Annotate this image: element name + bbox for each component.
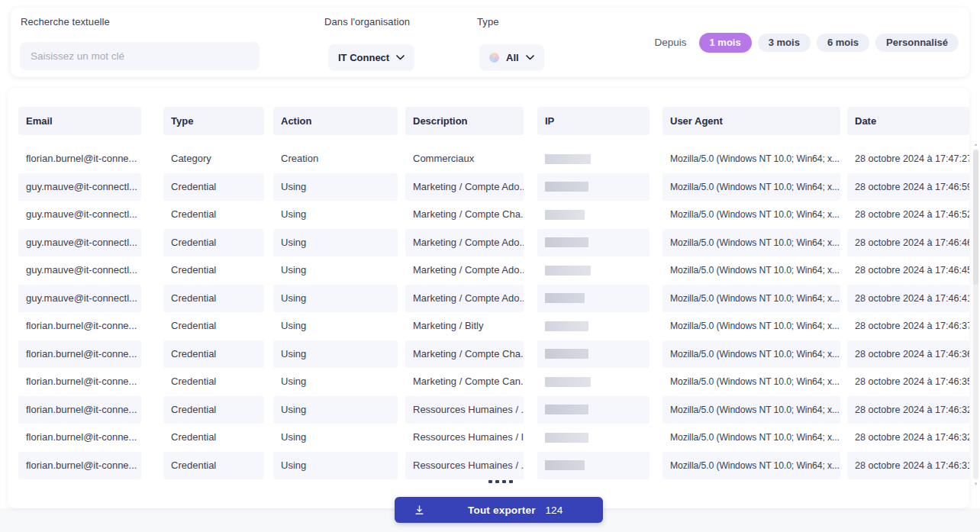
cell-email: florian.burnel@it-conne...	[18, 424, 141, 452]
export-all-button[interactable]: Tout exporter 124	[395, 497, 603, 523]
since-pill-3-mois[interactable]: 3 mois	[758, 34, 811, 52]
cell-email: florian.burnel@it-conne...	[18, 452, 141, 480]
cell-action: Using	[273, 368, 398, 396]
cell-date: 28 octobre 2024 à 17:46:37	[847, 312, 969, 340]
vertical-scrollbar[interactable]: ▲ ▼	[972, 141, 979, 487]
column-header-date: Date	[847, 107, 969, 135]
cell-user-agent: Mozilla/5.0 (Windows NT 10.0; Win64; x..…	[662, 424, 840, 452]
column-header-ip: IP	[537, 107, 650, 135]
organisation-select[interactable]: IT Connect	[328, 44, 414, 71]
ip-redaction-block	[545, 349, 588, 359]
cell-action: Using	[273, 452, 398, 480]
scrollbar-down-arrow-icon[interactable]: ▼	[972, 481, 979, 487]
cell-type: Credential	[163, 368, 264, 396]
cell-type: Category	[163, 145, 264, 173]
since-pill-personnalise[interactable]: Personnalisé	[875, 34, 959, 52]
ip-redaction-block	[545, 293, 585, 303]
cell-type: Credential	[163, 452, 264, 480]
cell-ip-redacted	[537, 312, 650, 340]
table-body: florian.burnel@it-conne... Category Crea…	[18, 145, 969, 479]
cell-user-agent: Mozilla/5.0 (Windows NT 10.0; Win64; x..…	[662, 368, 840, 396]
cell-user-agent: Mozilla/5.0 (Windows NT 10.0; Win64; x..…	[662, 452, 840, 480]
organisation-value: IT Connect	[338, 52, 389, 63]
cell-type: Credential	[163, 312, 264, 340]
cell-description: Marketing / Compte Ado...	[405, 229, 524, 257]
cell-ip-redacted	[537, 396, 650, 424]
cell-action: Using	[273, 396, 398, 424]
cell-user-agent: Mozilla/5.0 (Windows NT 10.0; Win64; x..…	[662, 340, 840, 369]
cell-ip-redacted	[537, 256, 650, 285]
cell-ip-redacted	[537, 340, 650, 369]
table-row[interactable]: guy.mauve@it-connectl... Credential Usin…	[18, 201, 969, 229]
cell-ip-redacted	[537, 424, 650, 452]
table-row[interactable]: florian.burnel@it-conne... Category Crea…	[18, 145, 969, 173]
cell-date: 28 octobre 2024 à 17:47:27	[847, 145, 969, 173]
cell-description: Marketing / Bitly	[405, 312, 524, 340]
cell-action: Using	[273, 201, 398, 229]
more-rows-indicator	[488, 480, 513, 483]
cell-date: 28 octobre 2024 à 17:46:35	[847, 368, 969, 396]
cell-action: Using	[273, 424, 398, 452]
cell-email: florian.burnel@it-conne...	[18, 340, 141, 369]
since-label: Depuis	[654, 37, 686, 48]
table-row[interactable]: guy.mauve@it-connectl... Credential Usin…	[18, 285, 969, 313]
cell-email: guy.mauve@it-connectl...	[18, 173, 141, 202]
chevron-down-icon	[526, 55, 534, 60]
scrollbar-up-arrow-icon[interactable]: ▲	[972, 141, 979, 147]
column-header-action: Action	[273, 107, 398, 135]
table-row[interactable]: florian.burnel@it-conne... Credential Us…	[18, 340, 969, 369]
table-row[interactable]: florian.burnel@it-conne... Credential Us…	[18, 312, 969, 340]
cell-action: Using	[273, 256, 398, 285]
cell-ip-redacted	[537, 368, 650, 396]
column-header-type: Type	[163, 107, 264, 135]
ip-redaction-block	[545, 405, 588, 414]
cell-user-agent: Mozilla/5.0 (Windows NT 10.0; Win64; x..…	[662, 256, 840, 285]
cell-ip-redacted	[537, 201, 650, 229]
cell-action: Using	[273, 173, 398, 202]
scrollbar-thumb[interactable]	[973, 150, 978, 285]
cell-ip-redacted	[537, 229, 650, 257]
cell-email: guy.mauve@it-connectl...	[18, 256, 141, 285]
cell-email: florian.burnel@it-conne...	[18, 312, 141, 340]
cell-user-agent: Mozilla/5.0 (Windows NT 10.0; Win64; x..…	[662, 312, 840, 340]
cell-date: 28 octobre 2024 à 17:46:46	[847, 229, 969, 257]
cell-user-agent: Mozilla/5.0 (Windows NT 10.0; Win64; x..…	[662, 201, 840, 229]
cell-date: 28 octobre 2024 à 17:46:36	[847, 340, 969, 369]
cell-date: 28 octobre 2024 à 17:46:59	[847, 173, 969, 202]
cell-user-agent: Mozilla/5.0 (Windows NT 10.0; Win64; x..…	[662, 396, 840, 424]
download-icon	[414, 505, 425, 516]
cell-date: 28 octobre 2024 à 17:46:31	[847, 452, 969, 480]
table-row[interactable]: florian.burnel@it-conne... Credential Us…	[18, 424, 969, 452]
filter-bar: Recherche textuelle Dans l'organisation …	[11, 8, 969, 77]
table-row[interactable]: guy.mauve@it-connectl... Credential Usin…	[18, 173, 969, 202]
export-button-label: Tout exporter	[468, 505, 536, 516]
table-row[interactable]: florian.burnel@it-conne... Credential Us…	[18, 452, 969, 480]
cell-type: Credential	[163, 285, 264, 313]
cell-action: Using	[273, 285, 398, 313]
column-header-description: Description	[405, 107, 524, 135]
cell-action: Creation	[273, 145, 398, 173]
column-header-user-agent: User Agent	[662, 107, 840, 135]
cell-date: 28 octobre 2024 à 17:46:41	[847, 285, 969, 313]
table-row[interactable]: guy.mauve@it-connectl... Credential Usin…	[18, 256, 969, 285]
ip-redaction-block	[545, 433, 588, 443]
ip-redaction-block	[545, 321, 588, 331]
cell-email: florian.burnel@it-conne...	[18, 368, 141, 396]
search-input[interactable]	[20, 42, 260, 70]
table-row[interactable]: florian.burnel@it-conne... Credential Us…	[18, 368, 969, 396]
cell-type: Credential	[163, 340, 264, 369]
cell-type: Credential	[163, 396, 264, 424]
type-select[interactable]: All	[479, 44, 544, 71]
table-row[interactable]: guy.mauve@it-connectl... Credential Usin…	[18, 229, 969, 257]
since-pill-6-mois[interactable]: 6 mois	[817, 34, 869, 52]
cell-date: 28 octobre 2024 à 17:46:52	[847, 201, 969, 229]
since-pill-1-mois[interactable]: 1 mois	[699, 33, 752, 53]
cell-description: Marketing / Compte Ado...	[405, 256, 524, 285]
cell-description: Marketing / Compte Ado...	[405, 285, 524, 313]
cell-description: Marketing / Compte Cha...	[405, 201, 524, 229]
cell-email: florian.burnel@it-conne...	[18, 145, 141, 173]
table-row[interactable]: florian.burnel@it-conne... Credential Us…	[18, 396, 969, 424]
cell-user-agent: Mozilla/5.0 (Windows NT 10.0; Win64; x..…	[662, 285, 840, 313]
cell-action: Using	[273, 229, 398, 257]
audit-log-table: Email Type Action Description IP User Ag…	[8, 88, 969, 508]
